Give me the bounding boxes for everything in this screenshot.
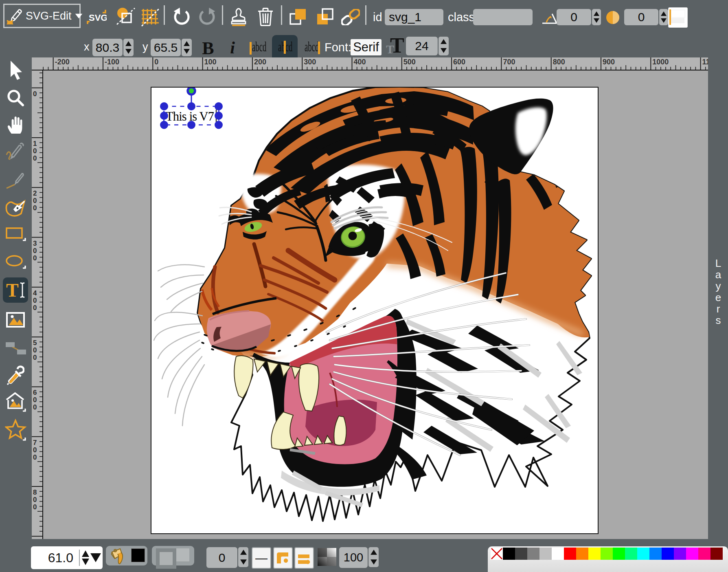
svg-text:5: 5 — [33, 339, 37, 347]
svg-text:0: 0 — [33, 297, 37, 304]
svg-text:0: 0 — [33, 446, 37, 454]
svg-text:0: 0 — [33, 197, 37, 205]
svg-text:0: 0 — [33, 403, 37, 411]
svg-text:600: 600 — [453, 58, 465, 66]
svg-text:4: 4 — [33, 289, 37, 297]
svg-text:200: 200 — [254, 58, 266, 66]
svg-text:0: 0 — [33, 354, 37, 361]
svg-text:300: 300 — [304, 58, 316, 66]
svg-text:0: 0 — [33, 154, 37, 162]
svg-text:1100: 1100 — [702, 58, 708, 66]
svg-text:7: 7 — [33, 439, 37, 447]
svg-text:-200: -200 — [55, 58, 70, 66]
svg-text:8: 8 — [33, 488, 37, 496]
svg-text:0: 0 — [33, 254, 37, 262]
svg-text:0: 0 — [33, 396, 37, 404]
svg-text:2: 2 — [33, 189, 37, 197]
svg-text:0: 0 — [33, 496, 37, 504]
svg-text:0: 0 — [33, 346, 37, 354]
svg-text:0: 0 — [33, 304, 37, 312]
svg-text:SVG: SVG — [89, 13, 107, 23]
svg-text:800: 800 — [553, 58, 565, 66]
svg-text:1000: 1000 — [652, 58, 669, 66]
svg-text:0: 0 — [33, 503, 37, 511]
svg-text:0: 0 — [33, 204, 37, 212]
svg-text:0: 0 — [33, 147, 37, 155]
svg-text:0: 0 — [33, 453, 37, 461]
svg-text:3: 3 — [33, 240, 37, 247]
svg-text:0: 0 — [33, 90, 37, 98]
svg-text:900: 900 — [603, 58, 615, 66]
svg-text:6: 6 — [33, 389, 37, 396]
svg-text:100: 100 — [204, 58, 217, 66]
svg-text:-100: -100 — [105, 58, 119, 66]
svg-text:700: 700 — [503, 58, 515, 66]
svg-text:1: 1 — [33, 140, 37, 147]
svg-text:0: 0 — [33, 247, 37, 255]
svg-text:400: 400 — [354, 58, 366, 66]
svg-text:0: 0 — [154, 58, 158, 66]
svg-text:500: 500 — [403, 58, 416, 66]
